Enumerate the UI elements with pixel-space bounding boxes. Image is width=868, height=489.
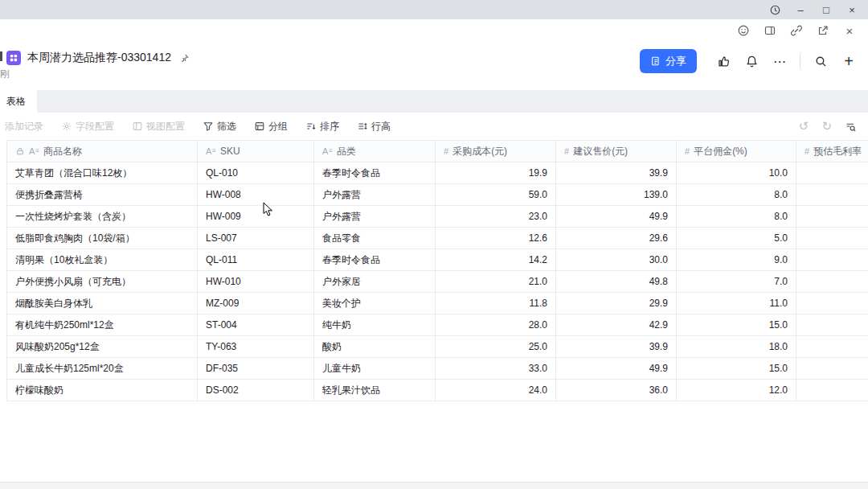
table-row[interactable]: 风味酸奶205g*12盒TY-063酸奶25.039.918.0 (7, 336, 868, 358)
table-cell[interactable] (796, 206, 868, 227)
table-cell[interactable]: DF-035 (198, 358, 314, 379)
table-cell[interactable]: 39.9 (556, 162, 677, 183)
table-row[interactable]: 一次性烧烤炉套装（含炭）HW-009户外露营23.049.98.0 (7, 206, 868, 228)
table-cell[interactable]: 29.6 (556, 228, 677, 249)
table-cell[interactable]: 33.0 (436, 358, 556, 379)
table-cell[interactable]: 户外家居 (314, 271, 436, 292)
table-cell[interactable]: 便携折叠露营椅 (7, 184, 198, 205)
search-records-icon[interactable] (845, 121, 857, 133)
table-row[interactable]: 便携折叠露营椅HW-008户外露营59.0139.08.0 (7, 184, 868, 206)
table-cell[interactable] (796, 184, 868, 205)
table-cell[interactable]: 49.9 (556, 358, 677, 379)
table-cell[interactable]: 烟酰胺美白身体乳 (7, 293, 198, 314)
table-cell[interactable]: 21.0 (436, 271, 556, 292)
maximize-button[interactable]: □ (813, 0, 839, 19)
table-row[interactable]: 艾草青团（混合口味12枚）QL-010春季时令食品19.939.910.0 (7, 162, 868, 184)
column-header-6[interactable]: #平台佣金(%) (677, 141, 796, 162)
table-cell[interactable]: 美妆个护 (314, 293, 436, 314)
table-cell[interactable] (796, 358, 868, 379)
table-row[interactable]: 户外便携小风扇（可充电）HW-010户外家居21.049.87.0 (7, 271, 868, 293)
table-row[interactable]: 低脂即食鸡胸肉（10袋/箱）LS-007食品零食12.629.65.0 (7, 228, 868, 249)
table-cell[interactable]: 15.0 (677, 314, 796, 335)
close-window-button[interactable]: × (839, 0, 865, 19)
table-cell[interactable]: 39.9 (556, 336, 677, 357)
pin-icon[interactable] (179, 53, 190, 64)
emoji-comment-icon[interactable] (736, 23, 751, 38)
table-cell[interactable] (796, 314, 868, 335)
table-cell[interactable] (796, 293, 868, 314)
history-icon[interactable] (762, 0, 788, 19)
add-new-icon[interactable]: + (841, 53, 857, 69)
table-cell[interactable]: 8.0 (677, 206, 796, 227)
link-icon[interactable] (789, 23, 804, 38)
table-cell[interactable]: HW-009 (198, 206, 314, 227)
table-cell[interactable]: 柠檬味酸奶 (7, 380, 198, 401)
horizontal-scrollbar-track[interactable] (0, 482, 868, 489)
table-cell[interactable] (796, 380, 868, 401)
table-cell[interactable]: 30.0 (556, 249, 677, 270)
table-cell[interactable]: TY-063 (198, 336, 314, 357)
table-cell[interactable]: 酸奶 (314, 336, 436, 357)
share-page-icon[interactable] (816, 23, 830, 38)
table-cell[interactable]: ST-004 (198, 314, 314, 335)
notifications-bell-icon[interactable] (743, 53, 760, 69)
table-cell[interactable]: 49.9 (556, 206, 677, 227)
table-cell[interactable]: MZ-009 (198, 293, 314, 314)
table-cell[interactable]: 户外露营 (314, 184, 436, 205)
table-cell[interactable]: 36.0 (556, 380, 677, 401)
table-cell[interactable]: 一次性烧烤炉套装（含炭） (7, 206, 198, 227)
table-cell[interactable]: 24.0 (436, 380, 556, 401)
field-config-button[interactable]: 字段配置 (61, 120, 114, 134)
table-cell[interactable]: 59.0 (436, 184, 556, 205)
table-cell[interactable]: 清明果（10枚礼盒装） (7, 249, 198, 270)
table-cell[interactable]: 艾草青团（混合口味12枚） (7, 162, 198, 183)
table-row[interactable]: 儿童成长牛奶125ml*20盒DF-035儿童牛奶33.049.915.0 (7, 358, 868, 380)
table-cell[interactable]: 42.9 (556, 314, 677, 335)
table-cell[interactable] (796, 336, 868, 357)
thumbs-up-icon[interactable] (715, 53, 731, 69)
table-cell[interactable]: HW-008 (198, 184, 314, 205)
table-row[interactable]: 有机纯牛奶250ml*12盒ST-004纯牛奶28.042.915.0 (7, 314, 868, 336)
column-header-5[interactable]: #建议售价(元) (556, 141, 677, 162)
column-header-7[interactable]: #预估毛利率 (796, 141, 868, 162)
table-cell[interactable]: 12.6 (436, 228, 556, 249)
table-cell[interactable]: 儿童牛奶 (314, 358, 436, 379)
more-menu-icon[interactable]: ⋯ (772, 53, 788, 69)
table-cell[interactable]: 23.0 (436, 206, 556, 227)
table-cell[interactable]: 18.0 (677, 336, 796, 357)
row-height-button[interactable]: 行高 (357, 120, 391, 134)
column-header-2[interactable]: A≡SKU (198, 141, 314, 162)
table-cell[interactable]: DS-002 (198, 380, 314, 401)
table-cell[interactable]: 有机纯牛奶250ml*12盒 (7, 314, 198, 335)
table-row[interactable]: 清明果（10枚礼盒装）QL-011春季时令食品14.230.09.0 (7, 249, 868, 271)
undo-icon[interactable]: ↺ (799, 119, 809, 134)
table-row[interactable]: 烟酰胺美白身体乳MZ-009美妆个护11.829.911.0 (7, 293, 868, 314)
table-cell[interactable] (796, 249, 868, 270)
table-cell[interactable]: 轻乳果汁饮品 (314, 380, 436, 401)
table-cell[interactable]: 低脂即食鸡胸肉（10袋/箱） (7, 228, 198, 249)
table-cell[interactable] (796, 162, 868, 183)
table-cell[interactable]: LS-007 (198, 228, 314, 249)
table-cell[interactable]: 纯牛奶 (314, 314, 436, 335)
search-icon[interactable] (813, 53, 829, 69)
table-cell[interactable]: QL-011 (198, 249, 314, 270)
sidebar-panel-icon[interactable] (763, 23, 777, 38)
table-cell[interactable]: 儿童成长牛奶125ml*20盒 (7, 358, 198, 379)
group-button[interactable]: 分组 (254, 120, 288, 134)
table-cell[interactable]: 户外便携小风扇（可充电） (7, 271, 198, 292)
table-cell[interactable]: 春季时令食品 (314, 249, 436, 270)
column-header-4[interactable]: #采购成本(元) (436, 141, 556, 162)
table-cell[interactable]: 5.0 (677, 228, 796, 249)
table-cell[interactable]: 9.0 (677, 249, 796, 270)
table-cell[interactable]: 11.8 (436, 293, 556, 314)
filter-button[interactable]: 筛选 (203, 120, 236, 134)
table-cell[interactable]: 风味酸奶205g*12盒 (7, 336, 198, 357)
table-cell[interactable]: HW-010 (198, 271, 314, 292)
close-tab-icon[interactable]: × (842, 23, 857, 38)
table-cell[interactable] (796, 228, 868, 249)
table-cell[interactable]: 12.0 (677, 380, 796, 401)
table-cell[interactable]: 139.0 (556, 184, 677, 205)
tab-grid-view[interactable]: 表格 (0, 90, 37, 113)
table-cell[interactable]: 11.0 (677, 293, 796, 314)
table-cell[interactable]: 49.8 (556, 271, 677, 292)
